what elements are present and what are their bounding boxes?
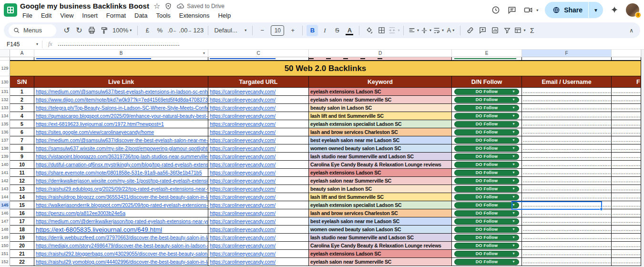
sn-cell[interactable]: 14	[10, 193, 34, 201]
live-link-cell[interactable]: https://vistapoint.bloggazzo.com/3631973…	[34, 153, 208, 161]
row-number-145[interactable]: 145	[0, 201, 10, 209]
follow-cell[interactable]: DO Follow ▼	[452, 185, 522, 193]
targeted-url-cell[interactable]: https://carolineeyecandy.com/	[208, 177, 309, 185]
live-link-cell[interactable]: https://walkerjasonderrik.blogspot.com/2…	[34, 201, 208, 209]
bold-button[interactable]: B	[307, 25, 318, 36]
email-username-cell[interactable]: ........................................…	[522, 120, 612, 128]
keyword-cell[interactable]: best eyelash salon near me Ladson SC	[309, 136, 452, 144]
row-number-146[interactable]: 146	[0, 209, 10, 217]
targeted-url-cell[interactable]: https://carolineeyecandy.com/	[208, 226, 309, 234]
targeted-url-cell[interactable]: https://carolineeyecandy.com/	[208, 96, 309, 104]
keyword-cell[interactable]: eyelash salon near Summerville SC	[309, 96, 452, 104]
overflow-cell[interactable]: ........................................…	[612, 136, 641, 144]
targeted-url-cell[interactable]: https://carolineeyecandy.com/	[208, 193, 309, 201]
sn-cell[interactable]: 20	[10, 242, 34, 250]
targeted-url-link[interactable]: https://carolineeyecandy.com/	[208, 105, 276, 111]
text-wrap-button[interactable]: ▾	[432, 25, 444, 36]
sn-cell[interactable]: 13	[10, 185, 34, 193]
overflow-cell[interactable]: ........................................…	[612, 250, 641, 258]
sn-cell[interactable]: 8	[10, 144, 34, 153]
live-link-cell[interactable]: https://penzu.com/p/a812ee3003b24e5a	[34, 209, 208, 217]
live-link-cell[interactable]: https://ext-6819623.livejournal.com/1972…	[34, 120, 208, 128]
email-username-cell[interactable]: ........................................…	[522, 96, 612, 104]
zoom-control[interactable]: 100%▾	[111, 25, 133, 36]
do-follow-dropdown[interactable]: DO Follow ▼	[454, 162, 519, 168]
hide-menus-chevron-icon[interactable]: ∧	[629, 27, 634, 34]
document-title[interactable]: Google my business Backlinks Boost	[20, 2, 149, 10]
email-username-cell[interactable]: ........................................…	[522, 226, 612, 234]
keyword-cell[interactable]: best eyelash salon near me Ladson SC	[309, 217, 452, 226]
live-link[interactable]: https://ext-6819623.livejournal.com/1972…	[34, 121, 164, 127]
sn-cell[interactable]: 17	[10, 217, 34, 226]
email-username-cell[interactable]: ........................................…	[522, 242, 612, 250]
live-link[interactable]: https://telegra.ph/Top-Beauty-Salons-in-…	[34, 105, 208, 111]
column-header-C[interactable]: C	[208, 50, 309, 57]
targeted-url-cell[interactable]: https://carolineeyecandy.com/	[208, 242, 309, 250]
follow-cell[interactable]: DO Follow ▼	[452, 96, 522, 104]
sn-cell[interactable]: 9	[10, 153, 34, 161]
keyword-cell[interactable]: beauty salon in Ladson SC	[309, 185, 452, 193]
name-box-dropdown-icon[interactable]: ▾	[36, 42, 38, 46]
column-header-E[interactable]: E	[452, 50, 522, 57]
live-link[interactable]: https://medium.com/@samsulw637/discover-…	[34, 137, 208, 143]
targeted-url-link[interactable]: https://carolineeyecandy.com/	[208, 210, 276, 216]
targeted-url-cell[interactable]: https://carolineeyecandy.com/	[208, 185, 309, 193]
keyword-cell[interactable]: lash studio near Summerville and Ladson …	[309, 153, 452, 161]
row-number-138[interactable]: 138	[0, 144, 10, 153]
text-color-button[interactable]: A	[344, 25, 355, 36]
select-all-corner[interactable]	[0, 50, 10, 57]
share-dropdown-icon[interactable]: ▼	[589, 2, 603, 18]
sn-cell[interactable]: 21	[10, 250, 34, 258]
live-link[interactable]: https://sites.google.com/view/carolinaey…	[34, 129, 154, 135]
row-number-129[interactable]: 129	[0, 61, 10, 76]
header-live-link[interactable]: Live Link	[34, 76, 208, 88]
header-dn-follow[interactable]: D/N Follow	[452, 76, 522, 88]
percent-format-button[interactable]: %	[154, 25, 165, 36]
live-link[interactable]: https://raishul29.edublogs.org/2025/09/2…	[34, 186, 208, 192]
live-link-cell[interactable]: https://sites.google.com/view/carolinaey…	[34, 128, 208, 136]
targeted-url-link[interactable]: https://carolineeyecandy.com/	[208, 154, 276, 159]
do-follow-dropdown[interactable]: DO Follow ▼	[454, 186, 519, 192]
email-username-cell[interactable]: ........................................…	[522, 209, 612, 217]
live-link-cell[interactable]: https://medium.com/@samsulw637/best-eyel…	[34, 88, 208, 96]
undo-button[interactable]: ↺	[61, 25, 72, 36]
email-username-cell[interactable]: ........................................…	[522, 217, 612, 226]
do-follow-dropdown[interactable]: DO Follow ▼	[454, 243, 519, 249]
targeted-url-link[interactable]: https://carolineeyecandy.com/	[208, 194, 276, 200]
row-number-148[interactable]: 148	[0, 226, 10, 234]
targeted-url-cell[interactable]: https://carolineeyecandy.com/	[208, 88, 309, 96]
do-follow-dropdown[interactable]: DO Follow ▼	[454, 89, 519, 95]
row-number-133[interactable]: 133	[0, 104, 10, 112]
keyword-cell[interactable]: eyelash salon near Summerville SC	[309, 177, 452, 185]
email-username-cell[interactable]: ........................................…	[522, 153, 612, 161]
do-follow-dropdown[interactable]: DO Follow ▼	[454, 178, 519, 184]
sn-cell[interactable]: 6	[10, 128, 34, 136]
overflow-cell[interactable]: ........................................…	[612, 201, 641, 209]
live-link[interactable]: https://samsulw637.wixsite.com/my-site-2…	[34, 145, 208, 151]
horizontal-align-button[interactable]: ▾	[408, 25, 419, 36]
insert-comment-button[interactable]	[477, 25, 488, 36]
follow-cell[interactable]: DO Follow ▼	[452, 136, 522, 144]
targeted-url-cell[interactable]: https://carolineeyecandy.com/	[208, 258, 309, 266]
email-username-cell[interactable]: ........................................…	[522, 88, 612, 96]
overflow-cell[interactable]: ........................................…	[612, 88, 641, 96]
menu-insert[interactable]: Insert	[79, 11, 101, 20]
sheets-logo[interactable]	[4, 3, 17, 17]
targeted-url-cell[interactable]: https://carolineeyecandy.com/	[208, 201, 309, 209]
do-follow-dropdown[interactable]: DO Follow ▼	[454, 202, 519, 208]
follow-cell[interactable]: DO Follow ▼	[452, 104, 522, 112]
do-follow-dropdown[interactable]: DO Follow ▼	[454, 97, 519, 103]
sn-cell[interactable]: 22	[10, 258, 34, 266]
redo-button[interactable]: ↻	[73, 25, 85, 36]
sn-cell[interactable]: 18	[10, 226, 34, 234]
text-rotate-button[interactable]: A ▾	[445, 25, 456, 36]
targeted-url-cell[interactable]: https://carolineeyecandy.com/	[208, 144, 309, 153]
email-username-cell[interactable]: ........................................…	[522, 177, 612, 185]
table-views-button[interactable]: ▾	[514, 25, 525, 36]
live-link-cell[interactable]: https://medium.com/@derrikwalkerjason/to…	[34, 217, 208, 226]
follow-cell[interactable]: DO Follow ▼	[452, 153, 522, 161]
do-follow-dropdown[interactable]: DO Follow ▼	[454, 105, 519, 111]
overflow-cell[interactable]: ........................................…	[612, 104, 641, 112]
targeted-url-link[interactable]: https://carolineeyecandy.com/	[208, 186, 276, 192]
live-link[interactable]: https://vistapoint.bloggazzo.com/3631973…	[34, 154, 208, 159]
